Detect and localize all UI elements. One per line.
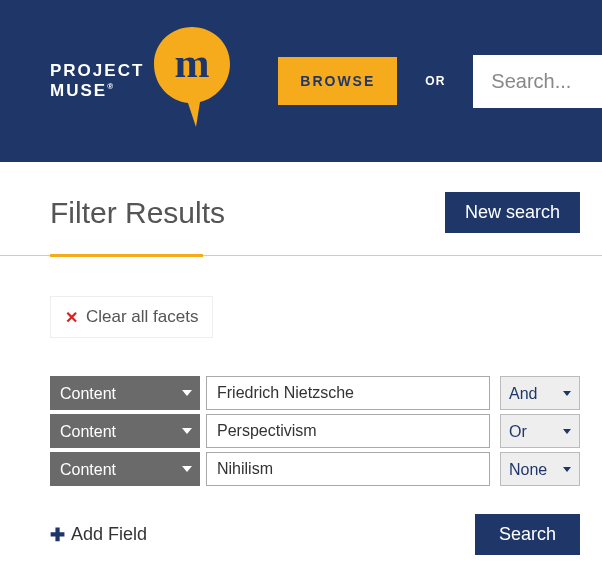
add-field-label: Add Field — [71, 524, 147, 545]
field-op-select[interactable]: Or — [500, 414, 580, 448]
search-input[interactable] — [473, 55, 602, 108]
project-muse-logo[interactable]: PROJECT MUSE® m — [50, 31, 232, 131]
or-label: OR — [425, 74, 445, 88]
field-value-input[interactable] — [206, 452, 490, 486]
field-value-input[interactable] — [206, 376, 490, 410]
field-type-select[interactable]: Content — [50, 452, 200, 486]
bottom-row: ✚ Add Field Search — [50, 514, 580, 555]
logo-line1: PROJECT — [50, 61, 144, 81]
page-title: Filter Results — [50, 196, 225, 230]
close-icon: ✕ — [65, 308, 78, 327]
clear-facets-button[interactable]: ✕ Clear all facets — [50, 296, 213, 338]
field-row: Content None — [50, 452, 580, 486]
muse-m-icon: m — [152, 27, 232, 136]
search-button[interactable]: Search — [475, 514, 580, 555]
field-type-select[interactable]: Content — [50, 376, 200, 410]
search-fields: Content And Content Or Content None — [50, 376, 580, 486]
logo-text: PROJECT MUSE® — [50, 61, 144, 100]
title-row: Filter Results New search — [0, 162, 602, 256]
field-op-select[interactable]: None — [500, 452, 580, 486]
new-search-button[interactable]: New search — [445, 192, 580, 233]
field-value-input[interactable] — [206, 414, 490, 448]
field-row: Content And — [50, 376, 580, 410]
facets-area: ✕ Clear all facets Content And Content O… — [0, 256, 602, 555]
field-row: Content Or — [50, 414, 580, 448]
svg-text:m: m — [175, 40, 210, 86]
field-op-select[interactable]: And — [500, 376, 580, 410]
add-field-button[interactable]: ✚ Add Field — [50, 524, 147, 546]
plus-icon: ✚ — [50, 524, 65, 546]
clear-facets-label: Clear all facets — [86, 307, 198, 327]
site-header: PROJECT MUSE® m BROWSE OR — [0, 0, 602, 162]
logo-line2: MUSE® — [50, 81, 144, 101]
browse-button[interactable]: BROWSE — [278, 57, 397, 105]
field-type-select[interactable]: Content — [50, 414, 200, 448]
